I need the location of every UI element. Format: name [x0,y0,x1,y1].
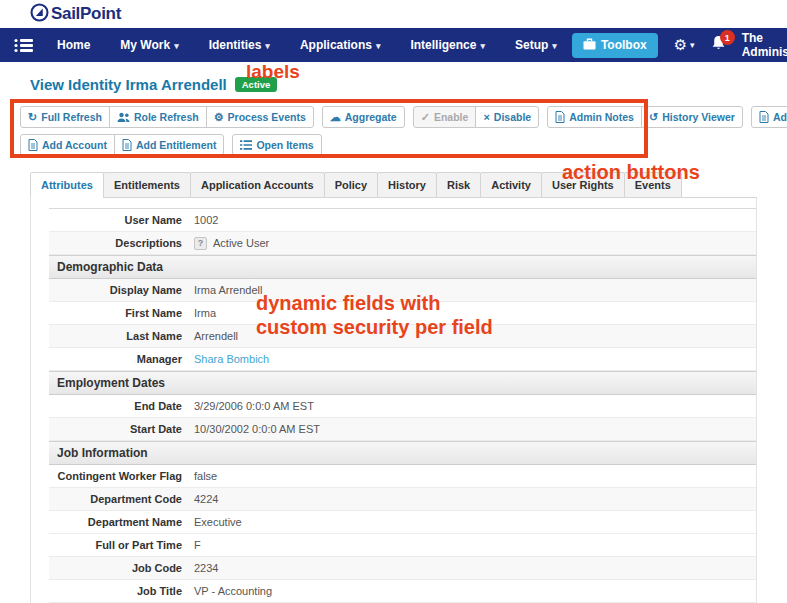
status-badge: Active [235,77,278,92]
notifications-button[interactable]: 1 [711,35,726,55]
field-row-job-code: Job Code 2234 [49,557,756,580]
field-value: 10/30/2002 0:0:0 AM EST [194,423,320,435]
field-row-department-code: Department Code 4224 [49,488,756,511]
user-menu[interactable]: The Administrator ▾ [742,31,787,59]
toolbox-button[interactable]: Toolbox [572,33,658,58]
sailpoint-logo[interactable]: SailPoint [30,3,121,26]
nav-item-setup[interactable]: Setup▾ [500,28,572,63]
field-row-job-title: Job Title VP - Accounting [49,580,756,603]
tab-entitlements[interactable]: Entitlements [103,172,191,198]
check-icon: ✓ [421,112,430,123]
field-value: ? Active User [194,237,269,250]
document-icon [122,139,132,151]
chevron-down-icon: ▾ [376,41,381,51]
title-row: View Identity Irma Arrendell Active [30,76,787,93]
field-label: Start Date [49,423,194,435]
info-icon[interactable]: ? [194,237,207,250]
nav-item-applications[interactable]: Applications▾ [285,28,396,63]
full-refresh-button[interactable]: ↻Full Refresh [20,106,110,128]
tab-policy[interactable]: Policy [324,172,378,198]
nav-right: Toolbox ⚙ ▾ 1 The Administrator ▾ [572,31,787,59]
action-buttons-row-2: Add Account Add Entitlement Open Items [20,134,787,156]
field-row-department-name: Department Name Executive [49,511,756,534]
history-viewer-button[interactable]: ↺History Viewer [641,106,743,128]
menu-icon[interactable] [6,34,42,57]
chevron-down-icon: ▾ [552,41,557,51]
tab-activity[interactable]: Activity [480,172,542,198]
section-header-job-information: Job Information [49,441,756,465]
field-row-full-or-part-time: Full or Part Time F [49,534,756,557]
field-row-last-name: Last Name Arrendell [49,325,756,348]
users-icon [117,112,130,123]
gears-icon: ⚙ [214,112,224,123]
tab-attributes[interactable]: Attributes [30,172,104,198]
gear-icon: ⚙ [674,36,687,54]
field-label: End Date [49,400,194,412]
nav-left: Home My Work▾ Identities▾ Applications▾ … [6,28,572,63]
close-icon: × [483,112,489,123]
field-label: Last Name [49,330,194,342]
field-label: Job Code [49,562,194,574]
field-value: false [194,470,217,482]
field-label: Department Name [49,516,194,528]
tab-application-accounts[interactable]: Application Accounts [190,172,325,198]
attributes-panel: User Name 1002 Descriptions ? Active Use… [30,198,757,603]
disable-button[interactable]: ×Disable [475,106,539,128]
field-label: Full or Part Time [49,539,194,551]
manager-link[interactable]: Shara Bombich [194,353,269,365]
admin-notes-button[interactable]: Admin Notes [547,106,642,128]
briefcase-icon [583,38,596,53]
field-value: Shara Bombich [194,353,269,365]
field-value: Arrendell [194,330,238,342]
field-label: Contingent Worker Flag [49,470,194,482]
settings-menu[interactable]: ⚙ ▾ [674,36,695,54]
cloud-upload-icon: ☁ [330,112,341,123]
history-icon: ↺ [649,112,658,123]
field-label: Descriptions [49,237,194,249]
tab-risk[interactable]: Risk [436,172,481,198]
tab-user-rights[interactable]: User Rights [541,172,625,198]
document-icon [28,139,38,151]
add-entitlement-button[interactable]: Add Entitlement [114,134,225,156]
add-account-button[interactable]: Add Account [20,134,115,156]
field-label: Department Code [49,493,194,505]
refresh-icon: ↻ [28,112,37,123]
tab-history[interactable]: History [377,172,437,198]
section-header-demographic-data: Demographic Data [49,255,756,279]
field-label: Manager [49,353,194,365]
field-label: User Name [49,214,194,226]
section-header-employment-dates: Employment Dates [49,371,756,395]
list-icon [240,140,252,150]
role-refresh-button[interactable]: Role Refresh [109,106,207,128]
field-label: Job Title [49,585,194,597]
sailpoint-logo-icon [30,3,49,26]
field-value: VP - Accounting [194,585,272,597]
logo-text: SailPoint [51,4,121,24]
field-value: 1002 [194,214,218,226]
chevron-down-icon: ▾ [480,41,485,51]
field-value: Irma [194,307,216,319]
process-events-button[interactable]: ⚙Process Events [206,106,314,128]
document-icon [759,111,769,123]
attributes-form: User Name 1002 Descriptions ? Active Use… [49,208,756,603]
nav-item-identities[interactable]: Identities▾ [194,28,285,63]
chevron-down-icon: ▾ [690,40,695,50]
field-value: 4224 [194,493,218,505]
field-value: 2234 [194,562,218,574]
open-items-button[interactable]: Open Items [232,134,321,156]
action-buttons-area: ↻Full Refresh Role Refresh ⚙Process Even… [20,106,787,156]
field-row-user-name: User Name 1002 [49,209,756,232]
action-buttons-row-1: ↻Full Refresh Role Refresh ⚙Process Even… [20,106,787,128]
field-row-end-date: End Date 3/29/2006 0:0:0 AM EST [49,395,756,418]
chevron-down-icon: ▾ [174,41,179,51]
main-navbar: Home My Work▾ Identities▾ Applications▾ … [0,28,787,62]
top-bar: SailPoint [0,0,787,28]
nav-item-my-work[interactable]: My Work▾ [105,28,193,63]
field-row-manager: Manager Shara Bombich [49,348,756,371]
nav-item-home[interactable]: Home [42,28,105,62]
tab-events[interactable]: Events [624,172,682,198]
aggregate-button[interactable]: ☁Aggregate [322,106,405,128]
add-role-button[interactable]: Add Role [751,106,787,128]
field-value: 3/29/2006 0:0:0 AM EST [194,400,314,412]
nav-item-intelligence[interactable]: Intelligence▾ [395,28,500,63]
